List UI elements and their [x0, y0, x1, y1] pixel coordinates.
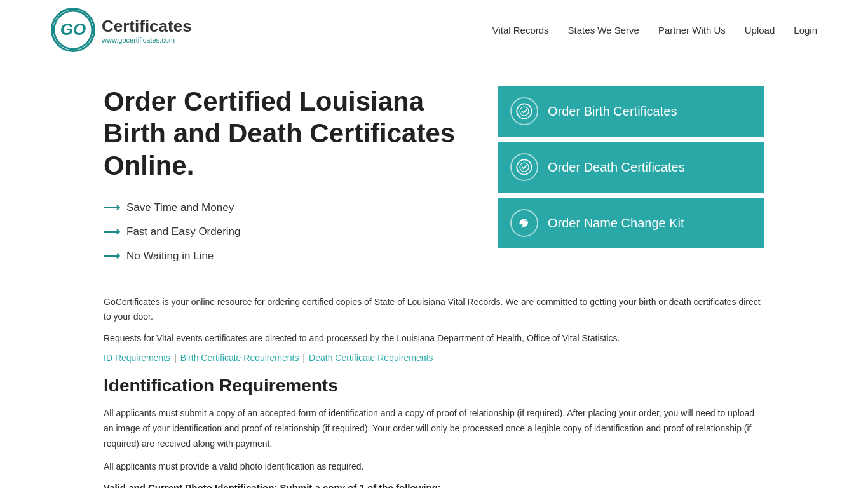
nav-login[interactable]: Login [794, 25, 817, 36]
bullet-list: ⟶ Save Time and Money ⟶ Fast and Easy Or… [104, 201, 472, 263]
id-para-2: All applicants must provide a valid phot… [104, 459, 764, 475]
order-name-change-button[interactable]: Order Name Change Kit [498, 198, 764, 248]
name-change-icon [510, 209, 538, 237]
death-cert-label: Order Death Certificates [548, 160, 685, 175]
name-change-label: Order Name Change Kit [548, 216, 684, 231]
nav-partner-with-us[interactable]: Partner With Us [658, 25, 726, 36]
separator-1: | [174, 353, 177, 363]
nav-upload[interactable]: Upload [745, 25, 775, 36]
arrow-icon-3: ⟶ [104, 249, 120, 263]
logo-circle: GO [51, 8, 95, 52]
order-birth-cert-button[interactable]: Order Birth Certificates [498, 86, 764, 137]
bullet-text-3: No Waiting in Line [126, 250, 214, 262]
dove-icon-svg [515, 214, 533, 232]
page-title: Order Certified Louisiana Birth and Deat… [104, 86, 472, 182]
certificate-icon-svg [515, 102, 533, 120]
logo-text: Certificates www.gocertificates.com [102, 17, 192, 44]
content-area: Order Certified Louisiana Birth and Deat… [104, 86, 764, 276]
desc-text-1: GoCertificates is your online resource f… [104, 295, 764, 323]
description-section: GoCertificates is your online resource f… [104, 295, 764, 363]
valid-id-title-text: Valid and Current Photo Identification: … [104, 482, 441, 488]
id-para-1: All applicants must submit a copy of an … [104, 406, 764, 451]
certificate-icon-svg-2 [515, 158, 533, 176]
svg-point-6 [525, 220, 526, 221]
id-section-title: Identification Requirements [104, 376, 764, 396]
logo-certificates-text: Certificates [102, 17, 192, 36]
logo-url-text: www.gocertificates.com [102, 36, 192, 44]
arrow-icon-1: ⟶ [104, 201, 120, 215]
separator-2: | [302, 353, 305, 363]
logo: GO Certificates www.gocertificates.com [51, 8, 192, 52]
nav-states-we-serve[interactable]: States We Serve [568, 25, 639, 36]
order-death-cert-button[interactable]: Order Death Certificates [498, 142, 764, 193]
death-cert-requirements-link[interactable]: Death Certificate Requirements [309, 353, 433, 363]
left-content: Order Certified Louisiana Birth and Deat… [104, 86, 472, 276]
bullet-text-1: Save Time and Money [126, 201, 234, 214]
death-cert-icon [510, 153, 538, 181]
bullet-3: ⟶ No Waiting in Line [104, 249, 472, 263]
bullet-1: ⟶ Save Time and Money [104, 201, 472, 215]
birth-cert-icon [510, 97, 538, 125]
bullet-text-2: Fast and Easy Ordering [126, 226, 241, 238]
svg-text:GO: GO [60, 20, 86, 39]
header: GO Certificates www.gocertificates.com V… [0, 0, 868, 60]
desc-text-2: Requests for Vital events certificates a… [104, 331, 764, 345]
id-requirements-section: Identification Requirements All applican… [104, 376, 764, 488]
id-requirements-link[interactable]: ID Requirements [104, 353, 170, 363]
nav-vital-records[interactable]: Vital Records [492, 25, 549, 36]
birth-cert-requirements-link[interactable]: Birth Certificate Requirements [180, 353, 299, 363]
birth-cert-label: Order Birth Certificates [548, 104, 677, 119]
links-row: ID Requirements | Birth Certificate Requ… [104, 353, 764, 363]
valid-id-title: Valid and Current Photo Identification: … [104, 482, 764, 488]
logo-svg: GO [53, 10, 93, 50]
arrow-icon-2: ⟶ [104, 225, 120, 239]
bullet-2: ⟶ Fast and Easy Ordering [104, 225, 472, 239]
main-nav: Vital Records States We Serve Partner Wi… [492, 25, 817, 36]
right-buttons: Order Birth Certificates Order Death Cer… [498, 86, 764, 276]
main-content: Order Certified Louisiana Birth and Deat… [53, 60, 815, 488]
